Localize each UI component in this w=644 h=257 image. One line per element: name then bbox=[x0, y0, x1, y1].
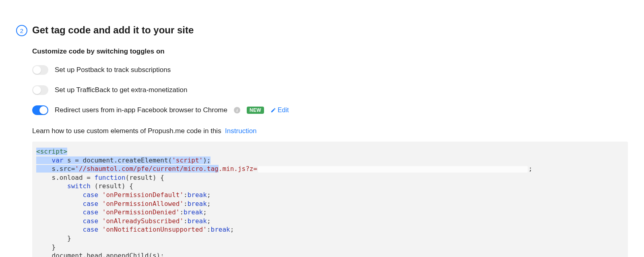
toggle-label-redirect: Redirect users from in-app Facebook brow… bbox=[55, 106, 227, 114]
toggle-knob bbox=[39, 106, 47, 114]
toggle-label-trafficback: Set up TrafficBack to get extra-monetiza… bbox=[55, 86, 187, 94]
toggle-postback[interactable] bbox=[32, 65, 48, 75]
step-number: 2 bbox=[20, 27, 23, 34]
redacted-value bbox=[258, 166, 528, 173]
edit-label: Edit bbox=[278, 107, 289, 114]
toggle-redirect[interactable] bbox=[32, 105, 48, 115]
toggle-row-redirect: Redirect users from in-app Facebook brow… bbox=[32, 105, 628, 115]
toggle-knob bbox=[33, 66, 41, 74]
pencil-icon bbox=[270, 107, 276, 113]
new-badge: NEW bbox=[247, 107, 264, 114]
learn-text: Learn how to use custom elements of Prop… bbox=[32, 127, 221, 135]
toggle-knob bbox=[33, 86, 41, 94]
section-title: Get tag code and add it to your site bbox=[32, 24, 194, 36]
toggle-label-postback: Set up Postback to track subscriptions bbox=[55, 66, 171, 74]
step-number-badge: 2 bbox=[16, 25, 27, 36]
toggle-row-trafficback: Set up TrafficBack to get extra-monetiza… bbox=[32, 85, 628, 95]
code-block[interactable]: <script> var s = document.createElement(… bbox=[32, 142, 628, 257]
edit-button[interactable]: Edit bbox=[270, 107, 289, 114]
toggle-trafficback[interactable] bbox=[32, 85, 48, 95]
learn-row: Learn how to use custom elements of Prop… bbox=[32, 127, 628, 135]
code-content: <script> var s = document.createElement(… bbox=[36, 147, 624, 257]
customize-subheading: Customize code by switching toggles on bbox=[32, 47, 628, 56]
info-icon[interactable]: i bbox=[234, 107, 240, 113]
section-heading: 2 Get tag code and add it to your site bbox=[16, 24, 628, 36]
instruction-link[interactable]: Instruction bbox=[225, 127, 256, 135]
toggle-row-postback: Set up Postback to track subscriptions bbox=[32, 65, 628, 75]
